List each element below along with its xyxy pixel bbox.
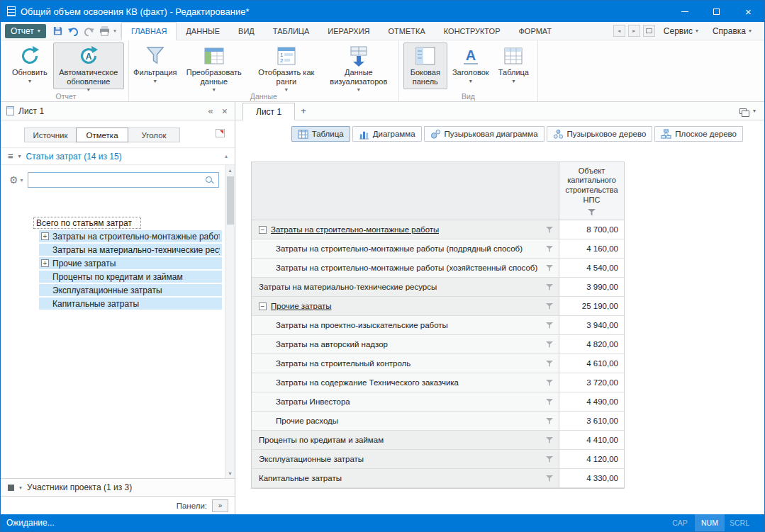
row-filter-icon[interactable] <box>546 322 553 329</box>
table-row[interactable]: Затраты на строительно-монтажные работы … <box>252 259 624 278</box>
row-label-cell[interactable]: Затраты на строительно-монтажные работы … <box>252 239 559 259</box>
tree-item[interactable]: Капитальные затраты <box>33 297 222 310</box>
ribbon-tab[interactable]: ДАННЫЕ <box>177 22 229 40</box>
collapse-icon[interactable]: − <box>259 226 267 234</box>
window-list-button[interactable] <box>643 25 655 37</box>
cost-items-section-header[interactable]: ≡ ▾ Статьи затрат (14 из 15) ▴ <box>1 147 235 165</box>
chevron-down-icon[interactable]: ▾ <box>18 153 21 159</box>
row-value-cell[interactable]: 4 120,00 <box>559 450 624 469</box>
table-row[interactable]: − Прочие затраты 25 190,00 <box>252 297 624 316</box>
table-row[interactable]: Затраты на содержание Технического заказ… <box>252 373 624 392</box>
row-value-cell[interactable]: 3 720,00 <box>559 373 624 392</box>
row-filter-icon[interactable] <box>546 437 553 443</box>
row-value-cell[interactable]: 4 410,00 <box>559 431 624 450</box>
help-menu[interactable]: Справка ▾ <box>707 26 757 36</box>
tree-item[interactable]: + Затраты на строительно-монтажные работ… <box>33 230 222 243</box>
minimize-button[interactable] <box>669 1 700 22</box>
table-column-header[interactable]: Объект капитального строительства НПС <box>559 162 624 220</box>
row-label-cell[interactable]: − Затраты на строительно-монтажные работ… <box>252 220 559 239</box>
tree-item[interactable]: Проценты по кредитам и займам <box>33 270 222 283</box>
table-row[interactable]: Капитальные затраты 4 330,00 <box>252 469 624 488</box>
row-filter-icon[interactable] <box>546 418 553 424</box>
header-button[interactable]: A Заголовок ▾ <box>449 43 493 89</box>
refresh-button[interactable]: Обновить ▾ <box>8 43 52 89</box>
column-filter-icon[interactable] <box>588 209 596 216</box>
table-view-button[interactable]: Таблица ▾ <box>494 43 533 89</box>
print-dropdown-icon[interactable]: ▾ <box>113 28 116 34</box>
row-filter-icon[interactable] <box>546 246 553 252</box>
gear-button[interactable]: ⚙ ▾ <box>9 174 23 186</box>
row-filter-icon[interactable] <box>546 303 553 310</box>
redo-button[interactable] <box>82 24 96 38</box>
expand-icon[interactable]: + <box>41 259 49 267</box>
ribbon-tab[interactable]: ИЕРАРХИЯ <box>318 22 379 40</box>
row-label-cell[interactable]: Затраты на проектно-изыскательские работ… <box>252 316 559 335</box>
row-label-cell[interactable]: Затраты на строительный контроль <box>252 354 559 373</box>
scroll-up-icon[interactable]: ▴ <box>228 165 231 175</box>
close-button[interactable]: × <box>732 1 764 22</box>
row-label-cell[interactable]: Затраты на строительно-монтажные работы … <box>252 259 559 278</box>
side-panel-tab[interactable]: Уголок <box>128 128 180 142</box>
scroll-down-icon[interactable]: ▾ <box>228 468 231 478</box>
tree-item[interactable]: Эксплуатационные затраты <box>33 283 222 297</box>
row-label-cell[interactable]: Эксплуатационные затраты <box>252 450 559 469</box>
print-button[interactable] <box>98 24 111 38</box>
table-row[interactable]: − Затраты на строительно-монтажные работ… <box>252 220 624 239</box>
table-row[interactable]: Затраты на проектно-изыскательские работ… <box>252 316 624 335</box>
row-value-cell[interactable]: 3 990,00 <box>559 278 624 297</box>
scrollbar-thumb[interactable] <box>227 176 234 225</box>
undo-button[interactable] <box>67 24 80 38</box>
close-panel-icon[interactable]: × <box>222 106 228 116</box>
view-table-button[interactable]: Таблица <box>291 126 350 142</box>
project-members-section-header[interactable]: ▾ Участники проекта (1 из 3) <box>1 478 235 496</box>
view-chart-button[interactable]: Диаграмма <box>352 126 422 142</box>
add-sheet-button[interactable]: + <box>295 106 312 116</box>
sheet-list-dropdown-icon[interactable]: ▾ <box>753 108 756 114</box>
tree-item[interactable]: Затраты на материально-технические ресур… <box>33 243 222 256</box>
row-value-cell[interactable]: 25 190,00 <box>559 297 624 316</box>
row-filter-icon[interactable] <box>546 341 553 348</box>
service-menu[interactable]: Сервис ▾ <box>658 26 704 36</box>
row-label-cell[interactable]: Затраты на материально-технические ресур… <box>252 278 559 297</box>
table-row[interactable]: Проценты по кредитам и займам 4 410,00 <box>252 431 624 450</box>
row-value-cell[interactable]: 4 160,00 <box>559 239 624 259</box>
save-button[interactable] <box>51 24 65 38</box>
side-panel-tab[interactable]: Отметка <box>76 128 128 142</box>
row-filter-icon[interactable] <box>546 380 553 386</box>
table-row[interactable]: Затраты на авторский надзор 4 820,00 <box>252 335 624 354</box>
row-filter-icon[interactable] <box>546 265 553 271</box>
ribbon-tab[interactable]: ФОРМАТ <box>510 22 562 40</box>
cascade-windows-icon[interactable] <box>739 108 747 114</box>
auto-refresh-button[interactable]: A Автоматическое обновление ▾ <box>53 43 124 89</box>
row-value-cell[interactable]: 4 820,00 <box>559 335 624 354</box>
row-filter-icon[interactable] <box>546 284 553 290</box>
search-input[interactable] <box>33 174 205 186</box>
row-label-cell[interactable]: Затраты на содержание Технического заказ… <box>252 373 559 392</box>
view-flat-tree-button[interactable]: Плоское дерево <box>654 126 743 142</box>
row-value-cell[interactable]: 4 540,00 <box>559 259 624 278</box>
row-value-cell[interactable]: 4 490,00 <box>559 392 624 412</box>
show-as-ranks-button[interactable]: 1 2 Отобразить как ранги ▾ <box>251 43 322 89</box>
maximize-button[interactable] <box>700 1 732 22</box>
ribbon-tab[interactable]: ГЛАВНАЯ <box>121 22 177 40</box>
table-row[interactable]: Затраты на строительно-монтажные работы … <box>252 239 624 259</box>
menu-icon[interactable]: ≡ <box>8 151 13 162</box>
tree-item[interactable]: Всего по статьям затрат <box>33 216 222 230</box>
row-filter-icon[interactable] <box>546 361 553 367</box>
view-bubble-tree-button[interactable]: Пузырьковое дерево <box>547 126 653 142</box>
collapse-panel-icon[interactable]: « <box>208 106 213 115</box>
row-value-cell[interactable]: 3 610,00 <box>559 412 624 431</box>
report-menu-button[interactable]: Отчет ▾ <box>5 24 46 38</box>
row-label-cell[interactable]: Затраты на авторский надзор <box>252 335 559 354</box>
sheet-tab[interactable]: Лист 1 <box>242 103 295 120</box>
row-filter-icon[interactable] <box>546 475 553 482</box>
collapse-icon[interactable]: − <box>259 302 267 310</box>
row-filter-icon[interactable] <box>546 399 553 405</box>
ribbon-tab[interactable]: ТАБЛИЦА <box>264 22 319 40</box>
row-value-cell[interactable]: 8 700,00 <box>559 220 624 239</box>
table-row[interactable]: Затраты на строительный контроль 4 610,0… <box>252 354 624 373</box>
detach-icon[interactable] <box>216 129 225 137</box>
row-value-cell[interactable]: 4 330,00 <box>559 469 624 488</box>
row-label-cell[interactable]: Затраты Инвестора <box>252 392 559 412</box>
row-label-cell[interactable]: Проценты по кредитам и займам <box>252 431 559 450</box>
